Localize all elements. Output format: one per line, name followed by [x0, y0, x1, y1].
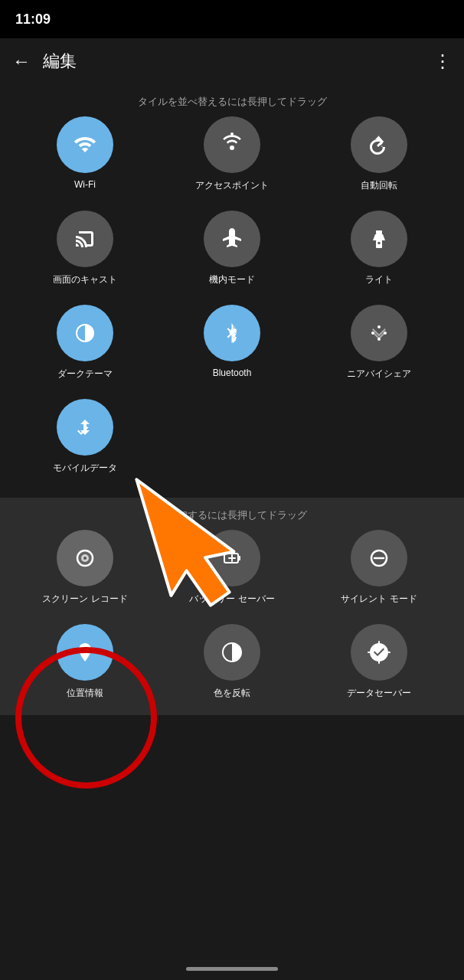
status-time: 11:09	[15, 11, 51, 28]
battery-icon	[218, 544, 246, 572]
tile-label-bluetooth: Bluetooth	[213, 368, 252, 378]
tile-screenrecord[interactable]: スクリーン レコード	[15, 530, 155, 606]
svg-rect-2	[376, 230, 382, 234]
top-instruction: タイルを並べ替えるには長押してドラッグ	[0, 84, 464, 116]
silent-icon	[365, 544, 393, 572]
tile-label-colorinvert: 色を反転	[214, 687, 250, 700]
tile-label-mobiledata: モバイルデータ	[53, 462, 117, 475]
tile-label-cast: 画面のキャスト	[53, 273, 117, 286]
tile-label-silent: サイレント モード	[341, 593, 417, 606]
tile-circle-datasaver	[351, 624, 407, 681]
active-tiles-grid: Wi-Fi アクセスポイント	[15, 116, 449, 475]
tile-circle-location	[57, 624, 113, 681]
svg-rect-9	[238, 556, 240, 560]
hotspot-icon	[218, 131, 246, 158]
tile-label-darktheme: ダークテーマ	[57, 368, 113, 381]
tile-cast[interactable]: 画面のキャスト	[15, 211, 155, 286]
tile-datasaver[interactable]: データセーバー	[309, 624, 449, 700]
tile-silent[interactable]: サイレント モード	[309, 530, 449, 606]
tile-label-datasaver: データセーバー	[347, 687, 411, 700]
tile-label-autorotate: 自動回転	[361, 179, 397, 192]
datasaver-icon	[365, 639, 393, 666]
tile-label-flashlight: ライト	[365, 273, 393, 286]
tile-circle-mobiledata	[57, 399, 113, 456]
tile-circle-batterysaver	[204, 530, 260, 586]
svg-rect-4	[378, 242, 381, 244]
tile-nearby[interactable]: ニアバイシェア	[309, 305, 449, 381]
tile-wifi[interactable]: Wi-Fi	[15, 116, 155, 192]
tile-label-hotspot: アクセスポイント	[195, 179, 269, 192]
tile-autorotate[interactable]: 自動回転	[309, 116, 449, 192]
tile-circle-hotspot	[204, 116, 260, 173]
tile-location[interactable]: 位置情報	[15, 624, 155, 700]
lower-instruction: を追加するには長押してドラッグ	[15, 498, 449, 530]
screenrecord-icon	[71, 544, 99, 572]
tile-circle-screenrecord	[57, 530, 113, 586]
lower-section: を追加するには長押してドラッグ スクリーン レコード	[0, 498, 464, 715]
colorinvert-icon	[218, 639, 246, 666]
tile-darktheme[interactable]: ダークテーマ	[15, 305, 155, 381]
tile-circle-silent	[351, 530, 407, 586]
header-left: ← 編集	[12, 50, 77, 73]
svg-point-7	[83, 557, 87, 560]
tile-label-location: 位置情報	[67, 687, 103, 700]
nearby-icon	[365, 319, 393, 347]
bluetooth-icon	[218, 319, 246, 347]
tile-circle-autorotate	[351, 116, 407, 173]
tile-flashlight[interactable]: ライト	[309, 211, 449, 286]
rotate-icon	[365, 131, 393, 158]
header: ← 編集 ⋮	[0, 38, 464, 84]
back-button[interactable]: ←	[12, 51, 31, 72]
tile-label-nearby: ニアバイシェア	[347, 368, 411, 381]
location-icon	[71, 639, 99, 666]
airplane-icon	[218, 225, 246, 253]
tile-bluetooth[interactable]: Bluetooth	[162, 305, 302, 381]
tile-circle-flashlight	[351, 211, 407, 267]
tile-hotspot[interactable]: アクセスポイント	[162, 116, 302, 192]
tile-circle-airplane	[204, 211, 260, 267]
tile-circle-darktheme	[57, 305, 113, 361]
tile-batterysaver[interactable]: バッテリー セーバー	[162, 530, 302, 606]
inactive-tiles-grid: スクリーン レコード バッテリー セーバー サイレント モード	[15, 530, 449, 700]
page-title: 編集	[43, 50, 77, 73]
tile-mobiledata[interactable]: モバイルデータ	[15, 399, 155, 475]
tile-circle-nearby	[351, 305, 407, 361]
more-button[interactable]: ⋮	[433, 51, 452, 72]
tile-circle-cast	[57, 211, 113, 267]
tile-colorinvert[interactable]: 色を反転	[162, 624, 302, 700]
nav-bar	[0, 957, 464, 980]
tile-circle-bluetooth	[204, 305, 260, 361]
tile-circle-colorinvert	[204, 624, 260, 681]
tile-label-wifi: Wi-Fi	[74, 179, 96, 190]
status-bar: 11:09	[0, 0, 464, 38]
tile-circle-wifi	[57, 116, 113, 173]
svg-point-1	[230, 132, 234, 136]
tile-airplane[interactable]: 機内モード	[162, 211, 302, 286]
mobiledata-icon	[71, 413, 99, 441]
tile-label-screenrecord: スクリーン レコード	[42, 593, 127, 606]
active-tiles-section: Wi-Fi アクセスポイント	[0, 116, 464, 475]
cast-icon	[71, 225, 99, 253]
wifi-icon	[71, 131, 99, 158]
darktheme-icon	[71, 319, 99, 347]
nav-pill	[186, 967, 278, 971]
tile-label-airplane: 機内モード	[209, 273, 255, 286]
svg-point-0	[230, 145, 234, 150]
tile-label-batterysaver: バッテリー セーバー	[189, 593, 274, 606]
flashlight-icon	[365, 225, 393, 253]
